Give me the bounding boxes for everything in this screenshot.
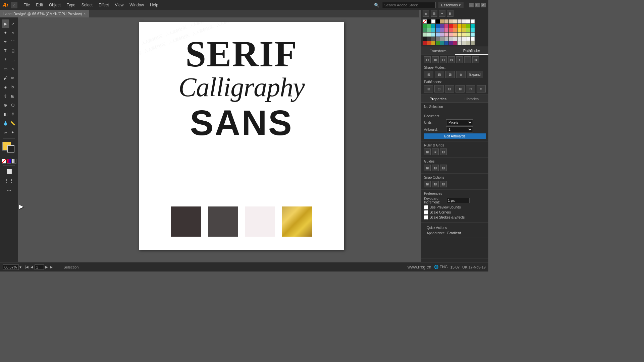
- sc-li2[interactable]: [466, 33, 470, 37]
- sc-gray1[interactable]: [423, 37, 427, 41]
- sc-cyan-sp[interactable]: [440, 41, 444, 45]
- sc-li1[interactable]: [466, 28, 470, 32]
- sc-g-sp[interactable]: [436, 41, 440, 45]
- sc-y1[interactable]: [458, 28, 462, 32]
- selection-tool[interactable]: ▶: [2, 19, 9, 28]
- sc-red-sp[interactable]: [423, 41, 427, 45]
- menu-edit[interactable]: Edit: [33, 1, 46, 9]
- transform-tab[interactable]: Transform: [421, 47, 455, 55]
- grid-icon[interactable]: #: [432, 148, 439, 155]
- tab-close-icon[interactable]: ×: [84, 12, 86, 16]
- zoom-dropdown-icon[interactable]: ▾: [19, 265, 21, 269]
- swatch-tan2[interactable]: [444, 19, 448, 23]
- pen-tool[interactable]: ✒: [2, 38, 9, 46]
- preview-bounds-checkbox[interactable]: [424, 205, 428, 209]
- sc-pk2[interactable]: [444, 33, 448, 37]
- sc-yellow1[interactable]: [458, 24, 462, 28]
- swatch-add-icon[interactable]: +: [439, 10, 445, 17]
- curvature-tool[interactable]: ⌒: [9, 38, 16, 46]
- rotate-tool[interactable]: ↻: [9, 83, 16, 92]
- sc-b2[interactable]: [436, 33, 440, 37]
- sc-r1[interactable]: [449, 28, 453, 32]
- ruler-icon[interactable]: ⊞: [424, 148, 431, 155]
- outline-btn[interactable]: □: [466, 85, 475, 93]
- symbol-sprayer-tool[interactable]: ✦: [9, 128, 16, 137]
- sc-gray6[interactable]: [444, 37, 448, 41]
- minus-back-btn[interactable]: ⊕: [477, 85, 486, 93]
- minus-front-btn[interactable]: ⊟: [435, 71, 444, 78]
- tf-icon1[interactable]: ⊡: [424, 56, 431, 63]
- keyboard-increment-input[interactable]: [446, 198, 470, 203]
- crop-btn[interactable]: ⊠: [455, 85, 465, 93]
- intersect-btn[interactable]: ⊠: [445, 71, 455, 78]
- artboard-dropdown[interactable]: 1 2: [446, 126, 473, 132]
- sc-gray3[interactable]: [431, 37, 435, 41]
- sc-blue-sp[interactable]: [444, 41, 448, 45]
- swatch-type-icon[interactable]: ◈: [423, 10, 429, 17]
- trim-btn[interactable]: ⊡: [434, 85, 443, 93]
- slice-tool[interactable]: ⋮⋮: [2, 176, 16, 185]
- canvas-area[interactable]: www.rrcg.cn 人人素材社区 人人素材社区 人人素材社区 人人素材社区 …: [18, 17, 419, 262]
- sc-teal1[interactable]: [431, 24, 435, 28]
- unite-btn[interactable]: ⊞: [424, 71, 433, 78]
- sc-neutral3[interactable]: [466, 41, 470, 45]
- sc-green1[interactable]: [423, 24, 427, 28]
- none-color-btn[interactable]: [2, 159, 6, 164]
- tf-icon3[interactable]: ⊟: [440, 56, 447, 63]
- pathfinder-tab[interactable]: Pathfinder: [455, 47, 488, 55]
- swatch-tan4[interactable]: [453, 19, 457, 23]
- swatch-off-white[interactable]: [466, 19, 470, 23]
- sc-ol2[interactable]: [462, 33, 466, 37]
- swatch-white[interactable]: [431, 19, 435, 23]
- type-tool[interactable]: T: [2, 47, 9, 55]
- sc-pk1[interactable]: [444, 28, 448, 32]
- artboard-tool[interactable]: ⬜: [2, 167, 16, 176]
- swatch-black[interactable]: [436, 19, 440, 23]
- sc-blue1[interactable]: [436, 24, 440, 28]
- swatch-light-gray2[interactable]: [462, 19, 466, 23]
- sc-gray2[interactable]: [427, 37, 431, 41]
- sc-p1[interactable]: [440, 28, 444, 32]
- shaper-tool[interactable]: ◈: [2, 83, 9, 92]
- sc-gray8[interactable]: [453, 37, 457, 41]
- rectangle-tool[interactable]: ▭: [2, 65, 9, 73]
- sc-orange1[interactable]: [453, 24, 457, 28]
- sc-neutral2[interactable]: [462, 41, 466, 45]
- first-artboard-btn[interactable]: |◀: [24, 265, 29, 269]
- sc-red1[interactable]: [449, 24, 453, 28]
- expand-button[interactable]: Expand: [467, 71, 483, 78]
- menu-help[interactable]: Help: [147, 1, 161, 9]
- menu-window[interactable]: Window: [127, 1, 147, 9]
- swatch-gold[interactable]: [282, 206, 312, 237]
- swatch-none[interactable]: [423, 19, 427, 23]
- minimize-button[interactable]: ─: [469, 3, 474, 7]
- magic-wand-tool[interactable]: ✦: [2, 28, 9, 37]
- swatch-pure-white[interactable]: [471, 19, 475, 23]
- maximize-button[interactable]: □: [475, 3, 480, 7]
- home-icon[interactable]: ⌂: [11, 2, 17, 8]
- swatch-library-icon[interactable]: ⊞: [431, 10, 437, 17]
- sc-ol1[interactable]: [462, 28, 466, 32]
- sc-cyan1[interactable]: [471, 24, 475, 28]
- menu-select[interactable]: Select: [79, 1, 95, 9]
- tf-icon5[interactable]: ↕: [456, 56, 463, 63]
- sc-t2[interactable]: [431, 33, 435, 37]
- divide-btn[interactable]: ⊞: [424, 85, 433, 93]
- snap-btn2[interactable]: ⊡: [432, 181, 439, 187]
- guide-btn2[interactable]: ⊡: [432, 165, 439, 171]
- last-artboard-btn[interactable]: ▶|: [49, 265, 54, 269]
- sc-gray10[interactable]: [462, 37, 466, 41]
- sc-lime1[interactable]: [466, 24, 470, 28]
- essentials-dropdown[interactable]: Essentials ▾: [438, 2, 464, 8]
- menu-effect[interactable]: Effect: [96, 1, 111, 9]
- search-input[interactable]: [382, 2, 436, 8]
- sc-pink1[interactable]: [444, 24, 448, 28]
- gradient-mode-btn[interactable]: [12, 159, 16, 164]
- scale-strokes-checkbox[interactable]: [424, 215, 428, 220]
- exclude-btn[interactable]: ⊕: [456, 71, 466, 78]
- live-paint-tool[interactable]: ⬡: [9, 101, 16, 110]
- arc-tool[interactable]: ⌓: [9, 56, 16, 64]
- sc-p2[interactable]: [440, 33, 444, 37]
- sc-t1[interactable]: [431, 28, 435, 32]
- scale-corners-checkbox[interactable]: [424, 210, 428, 215]
